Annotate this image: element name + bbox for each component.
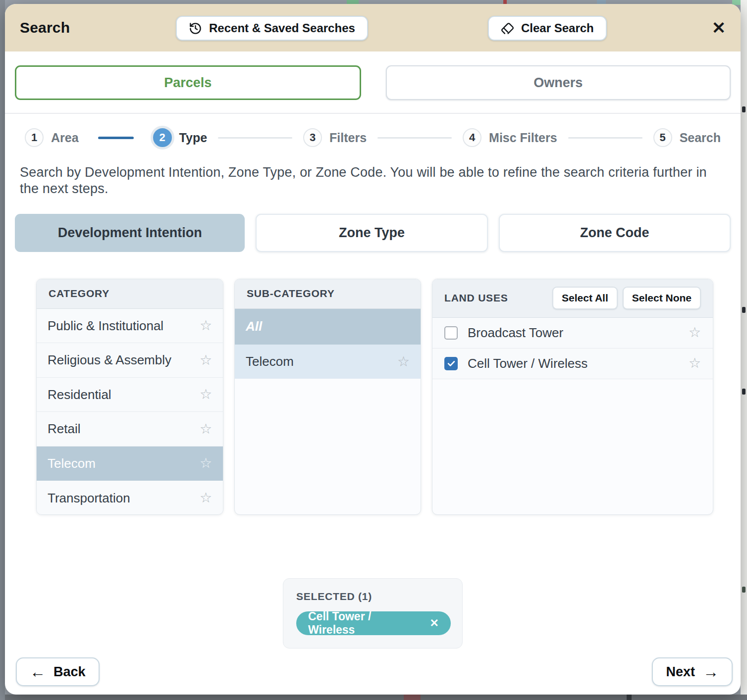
step-connector <box>218 137 292 139</box>
category-item-telecom[interactable]: Telecom ☆ <box>37 447 223 481</box>
map-background-right <box>741 0 747 700</box>
clear-search-label: Clear Search <box>521 21 594 35</box>
land-use-item-broadcast-tower[interactable]: Broadcast Tower ☆ <box>432 318 713 349</box>
search-dialog: Search Recent & Saved Searches Clear Sea… <box>5 4 741 695</box>
recent-saved-searches-button[interactable]: Recent & Saved Searches <box>176 16 368 41</box>
history-icon <box>189 22 202 35</box>
selection-panels: CATEGORY Public & Institutional ☆ Religi… <box>5 279 741 515</box>
star-icon[interactable]: ☆ <box>200 353 212 367</box>
selected-summary-box: SELECTED (1) Cell Tower / Wireless ✕ <box>283 578 463 649</box>
step-filters[interactable]: 3 Filters <box>303 128 367 147</box>
select-none-button[interactable]: Select None <box>623 287 701 309</box>
next-button[interactable]: Next → <box>652 657 733 686</box>
star-icon[interactable]: ☆ <box>689 326 701 340</box>
category-panel-header: CATEGORY <box>37 279 223 309</box>
star-icon[interactable]: ☆ <box>200 388 212 401</box>
subcategory-item-telecom[interactable]: Telecom ☆ <box>235 345 421 379</box>
selected-chip-cell-tower-wireless[interactable]: Cell Tower / Wireless ✕ <box>296 611 451 635</box>
dialog-title: Search <box>20 19 70 36</box>
step-description: Search by Development Intention, Zone Ty… <box>5 164 723 197</box>
land-uses-panel-header: LAND USES Select All Select None <box>432 279 713 318</box>
checkbox-checked-icon[interactable] <box>444 357 458 370</box>
star-icon[interactable]: ☆ <box>200 491 212 505</box>
category-item-transportation[interactable]: Transportation ☆ <box>37 481 223 515</box>
search-mode-row: Development Intention Zone Type Zone Cod… <box>5 214 741 252</box>
category-panel: CATEGORY Public & Institutional ☆ Religi… <box>36 279 223 515</box>
map-background-bottom <box>0 695 747 700</box>
tab-owners[interactable]: Owners <box>386 65 731 100</box>
step-search[interactable]: 5 Search <box>653 128 721 147</box>
subcategory-item-all[interactable]: All <box>235 309 421 345</box>
back-button[interactable]: ← Back <box>16 657 100 686</box>
land-use-item-cell-tower-wireless[interactable]: Cell Tower / Wireless ☆ <box>432 349 713 379</box>
wizard-stepper: 1 Area 2 Type 3 Filters 4 Misc Filters 5… <box>5 124 741 151</box>
land-uses-panel: LAND USES Select All Select None Broadca… <box>432 279 713 515</box>
star-icon[interactable]: ☆ <box>689 356 701 370</box>
close-icon[interactable]: ✕ <box>710 19 728 37</box>
select-all-button[interactable]: Select All <box>552 287 618 309</box>
mode-development-intention[interactable]: Development Intention <box>15 214 245 252</box>
category-item-public-institutional[interactable]: Public & Institutional ☆ <box>37 309 223 344</box>
land-uses-title: LAND USES <box>444 292 508 304</box>
selected-count-label: SELECTED (1) <box>296 591 449 602</box>
subcategory-panel-header: SUB-CATEGORY <box>235 279 421 309</box>
step-type[interactable]: 2 Type <box>153 128 208 147</box>
map-background-left <box>0 0 5 700</box>
star-icon[interactable]: ☆ <box>200 319 212 333</box>
entity-tab-row: Parcels Owners <box>5 65 741 100</box>
category-item-religious-assembly[interactable]: Religious & Assembly ☆ <box>37 343 223 378</box>
category-item-residential[interactable]: Residential ☆ <box>37 378 223 412</box>
star-icon[interactable]: ☆ <box>200 456 212 470</box>
star-icon[interactable]: ☆ <box>200 422 212 436</box>
step-connector <box>377 137 452 139</box>
mode-zone-code[interactable]: Zone Code <box>499 214 731 252</box>
step-area[interactable]: 1 Area <box>25 128 79 147</box>
step-connector <box>568 137 642 139</box>
star-icon[interactable]: ☆ <box>397 355 410 369</box>
dialog-header: Search Recent & Saved Searches Clear Sea… <box>5 4 741 51</box>
subcategory-panel: SUB-CATEGORY All Telecom ☆ <box>234 279 421 515</box>
back-arrow-icon: ← <box>30 664 46 680</box>
step-connector-done <box>98 137 134 139</box>
category-item-retail[interactable]: Retail ☆ <box>37 412 223 447</box>
divider <box>5 113 741 114</box>
mode-zone-type[interactable]: Zone Type <box>256 214 487 252</box>
eraser-icon <box>501 22 514 35</box>
next-arrow-icon: → <box>703 664 719 680</box>
tab-parcels[interactable]: Parcels <box>15 65 361 100</box>
step-misc-filters[interactable]: 4 Misc Filters <box>463 128 557 147</box>
checkbox-unchecked-icon[interactable] <box>444 326 458 340</box>
remove-chip-icon[interactable]: ✕ <box>430 618 439 629</box>
recent-saved-searches-label: Recent & Saved Searches <box>209 21 355 35</box>
clear-search-button[interactable]: Clear Search <box>488 16 607 41</box>
